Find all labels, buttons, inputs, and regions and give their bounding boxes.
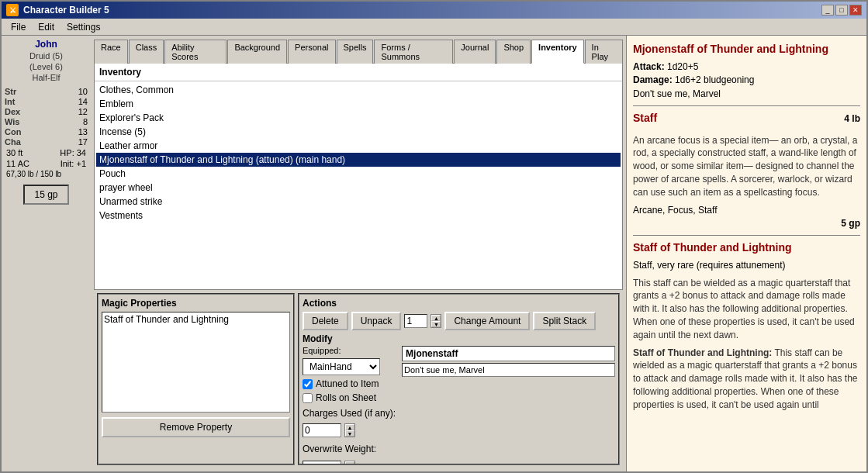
- speed-label: 30 ft: [6, 148, 22, 157]
- equipped-row: Equipped: MainHand OffHand Both None Att…: [303, 346, 615, 465]
- charges-input-row: ▲ ▼: [303, 423, 396, 437]
- item2-header: Staff 4 lb: [633, 111, 860, 129]
- charges-up-icon[interactable]: ▲: [345, 424, 354, 430]
- list-item[interactable]: Leather armor: [96, 139, 621, 153]
- change-amount-button[interactable]: Change Amount: [444, 312, 530, 330]
- equipped-dropdown[interactable]: MainHand OffHand Both None: [303, 358, 380, 375]
- inventory-header: Inventory: [95, 64, 622, 81]
- tab-race[interactable]: Race: [94, 40, 128, 64]
- remove-property-button[interactable]: Remove Property: [102, 417, 290, 437]
- attuned-row: Attuned to Item: [303, 378, 396, 389]
- equipped-label: Equipped:: [303, 346, 396, 355]
- list-item[interactable]: Incense (5): [96, 125, 621, 139]
- overwrite-up-icon[interactable]: ▲: [345, 461, 354, 465]
- charges-down-icon[interactable]: ▼: [345, 430, 354, 437]
- menu-edit[interactable]: Edit: [32, 20, 61, 34]
- item2-price: 5 gp: [633, 217, 860, 230]
- tab-spells[interactable]: Spells: [337, 40, 374, 64]
- item2-weight: 4 lb: [844, 112, 860, 126]
- amount-input[interactable]: [404, 314, 427, 328]
- amount-down-icon[interactable]: ▼: [431, 321, 441, 327]
- tab-class[interactable]: Class: [129, 40, 164, 64]
- str-label: Str: [5, 87, 46, 96]
- list-item[interactable]: Explorer's Pack: [96, 111, 621, 125]
- character-level: (Level 6): [29, 62, 63, 71]
- list-item[interactable]: Vestments: [96, 209, 621, 223]
- tab-ability-scores[interactable]: Ability Scores: [164, 40, 227, 64]
- tab-personal[interactable]: Personal: [288, 40, 335, 64]
- cha-value: 17: [47, 137, 88, 147]
- maximize-button[interactable]: □: [835, 5, 848, 16]
- actions-panel: Actions Delete Unpack ▲ ▼ Change Amount …: [298, 293, 620, 465]
- actions-title: Actions: [303, 298, 615, 309]
- attuned-checkbox[interactable]: [303, 379, 313, 389]
- amount-spinner[interactable]: ▲ ▼: [431, 314, 441, 328]
- item2-desc: An arcane focus is a special item— an or…: [633, 134, 860, 199]
- tab-shop[interactable]: Shop: [496, 40, 531, 64]
- list-item[interactable]: Pouch: [96, 167, 621, 181]
- dex-value: 12: [47, 107, 88, 116]
- weight-row: 67,30 lb / 150 lb: [5, 170, 88, 178]
- main-window: ⚔ Character Builder 5 _ □ ✕ File Edit Se…: [0, 0, 868, 473]
- title-bar: ⚔ Character Builder 5 _ □ ✕: [2, 2, 866, 19]
- item1-title: Mjonenstaff of Thunder and Lightning: [633, 42, 860, 57]
- item2-title: Staff: [633, 111, 657, 126]
- list-item[interactable]: Clothes, Common: [96, 83, 621, 97]
- item2-tags: Arcane, Focus, Staff: [633, 204, 860, 217]
- tab-inventory[interactable]: Inventory: [531, 40, 584, 64]
- list-item[interactable]: prayer wheel: [96, 181, 621, 195]
- charges-input[interactable]: [303, 423, 341, 437]
- inventory-list[interactable]: Clothes, Common Emblem Explorer's Pack I…: [95, 81, 622, 289]
- tab-in-play[interactable]: In Play: [585, 40, 623, 64]
- item3-rarity: Staff, very rare (requires attunement): [633, 259, 860, 272]
- character-race: Half-Elf: [32, 73, 60, 82]
- overwrite-row: Overwrite Weight:: [303, 444, 396, 454]
- list-item[interactable]: Unarmed strike: [96, 195, 621, 209]
- magic-properties-panel: Magic Properties Staff of Thunder and Li…: [97, 293, 295, 465]
- menu-file[interactable]: File: [5, 20, 32, 34]
- con-value: 13: [47, 127, 88, 136]
- notes-box: Don't sue me, Marvel: [402, 363, 615, 377]
- tab-journal[interactable]: Journal: [454, 40, 496, 64]
- actions-buttons-row: Delete Unpack ▲ ▼ Change Amount Split St…: [303, 312, 615, 330]
- magic-properties-title: Magic Properties: [102, 298, 290, 309]
- charges-spinner[interactable]: ▲ ▼: [344, 423, 355, 437]
- menu-settings[interactable]: Settings: [61, 20, 106, 34]
- int-value: 14: [47, 97, 88, 106]
- stat-grid: Str 10 Int 14 Dex 12 Wis 8 Con 13 Cha 17: [5, 87, 88, 147]
- split-stack-button[interactable]: Split Stack: [533, 312, 596, 330]
- cha-label: Cha: [5, 137, 46, 147]
- item3-desc2: Staff of Thunder and Lightning: This sta…: [633, 347, 860, 412]
- modify-label: Modify: [303, 333, 615, 344]
- close-button[interactable]: ✕: [849, 5, 862, 16]
- list-item[interactable]: Emblem: [96, 97, 621, 111]
- amount-up-icon[interactable]: ▲: [431, 315, 441, 321]
- delete-button[interactable]: Delete: [303, 312, 348, 330]
- right-panel: Mjonenstaff of Thunder and Lightning Att…: [626, 36, 866, 471]
- notes-text: Don't sue me, Marvel: [404, 365, 485, 375]
- title-controls: _ □ ✕: [821, 5, 862, 16]
- unpack-button[interactable]: Unpack: [351, 312, 402, 330]
- menubar: File Edit Settings: [2, 19, 866, 36]
- item3-desc2-strong: Staff of Thunder and Lightning:: [633, 347, 772, 358]
- rolls-checkbox[interactable]: [303, 393, 313, 403]
- speed-row: 30 ft HP: 34: [5, 148, 88, 157]
- item1-attack: Attack: 1d20+5: [633, 60, 860, 74]
- minimize-button[interactable]: _: [821, 5, 834, 16]
- overwrite-input[interactable]: [303, 461, 341, 465]
- gold-box[interactable]: 15 gp: [23, 185, 68, 205]
- rolls-row: Rolls on Sheet: [303, 392, 396, 403]
- tab-background[interactable]: Background: [227, 40, 287, 64]
- center-panel: Race Class Ability Scores Background Per…: [91, 36, 626, 471]
- tab-content: Inventory Clothes, Common Emblem Explore…: [94, 63, 623, 290]
- overwrite-spinner[interactable]: ▲ ▼: [344, 461, 355, 465]
- tab-forms-summons[interactable]: Forms / Summons: [374, 40, 453, 64]
- list-item-selected[interactable]: Mjonenstaff of Thunder and Lightning (at…: [96, 153, 621, 167]
- main-content: John Druid (5) (Level 6) Half-Elf Str 10…: [2, 36, 866, 471]
- int-label: Int: [5, 97, 46, 106]
- tabs: Race Class Ability Scores Background Per…: [94, 39, 623, 63]
- item3-title: Staff of Thunder and Lightning: [633, 240, 860, 256]
- wis-label: Wis: [5, 117, 46, 126]
- divider-2: [633, 235, 860, 236]
- charges-label: Charges Used (if any):: [303, 408, 396, 419]
